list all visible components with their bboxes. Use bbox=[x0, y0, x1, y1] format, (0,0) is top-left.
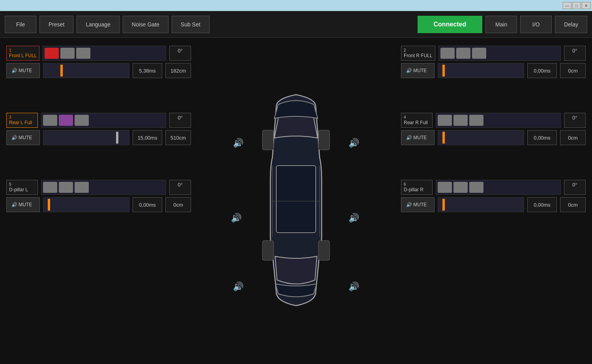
channel-4-fader[interactable] bbox=[438, 130, 524, 145]
channel-4-label[interactable]: 4 Rear R Full bbox=[401, 113, 433, 128]
delay-button[interactable]: Delay bbox=[555, 16, 587, 33]
channel-2-name: Front R FULL bbox=[404, 53, 433, 59]
channel-6-mute-row: 🔊 MUTE 0,00ms 0cm bbox=[401, 197, 586, 212]
channel-5-name: D-pillar L bbox=[9, 187, 35, 193]
eq-knob-3-3[interactable] bbox=[75, 115, 89, 126]
channel-5-eq[interactable] bbox=[41, 180, 166, 195]
main-button[interactable]: Main bbox=[485, 16, 517, 33]
channel-1-fader[interactable] bbox=[43, 63, 129, 78]
channel-1-delay: 5,38ms bbox=[133, 63, 162, 78]
channel-1-header: 1 Front L FULL 0° bbox=[6, 46, 191, 61]
channel-6-eq[interactable] bbox=[436, 180, 561, 195]
eq-knob-5-1[interactable] bbox=[43, 182, 57, 193]
left-panel: 1 Front L FULL 0° 🔊 MUTE 5,38ms 182cm bbox=[0, 38, 197, 364]
connected-button[interactable]: Connected bbox=[418, 16, 483, 33]
eq-knob-6-1[interactable] bbox=[438, 182, 452, 193]
channel-3-fader-handle[interactable] bbox=[116, 132, 118, 144]
channel-3-mute-button[interactable]: 🔊 MUTE bbox=[6, 130, 40, 145]
channel-4-block: 4 Rear R Full 0° 🔊 MUTE 0,00ms 0cm bbox=[401, 113, 586, 153]
channel-5-fader-handle[interactable] bbox=[48, 199, 50, 211]
io-button[interactable]: I/O bbox=[520, 16, 552, 33]
speaker-front-left-icon: 🔊 bbox=[233, 138, 244, 148]
toolbar: File Preset Language Noise Gate Sub Set … bbox=[0, 11, 592, 38]
close-button[interactable]: ✕ bbox=[582, 2, 590, 9]
channel-4-distance: 0cm bbox=[560, 130, 586, 145]
channel-4-number: 4 bbox=[404, 115, 430, 120]
car-diagram: 🔊 🔊 🔊 🔊 🔊 🔊 bbox=[245, 87, 347, 315]
channel-6-number: 6 bbox=[404, 182, 430, 187]
channel-2-eq[interactable] bbox=[438, 46, 561, 61]
channel-6-fader[interactable] bbox=[438, 197, 524, 212]
channel-4-degree[interactable]: 0° bbox=[564, 113, 586, 128]
eq-knob-6-3[interactable] bbox=[469, 182, 483, 193]
eq-knob-3-2[interactable] bbox=[59, 115, 73, 126]
channel-1-eq[interactable] bbox=[43, 46, 166, 61]
channel-2-fader-handle[interactable] bbox=[442, 65, 445, 77]
channel-6-degree[interactable]: 0° bbox=[564, 180, 586, 195]
channel-1-fader-handle[interactable] bbox=[60, 65, 63, 77]
eq-knob-2-2[interactable] bbox=[456, 48, 470, 59]
channel-5-distance: 0cm bbox=[165, 197, 191, 212]
channel-3-eq[interactable] bbox=[41, 113, 166, 128]
channel-3-block: 3 Rear L Full 0° 🔊 MUTE 15,00ms 510cm bbox=[6, 113, 191, 153]
channel-3-distance: 510cm bbox=[165, 130, 191, 145]
channel-6-label[interactable]: 6 D-pillar R bbox=[401, 180, 433, 195]
minimize-button[interactable]: — bbox=[563, 2, 571, 9]
noise-gate-button[interactable]: Noise Gate bbox=[123, 16, 169, 33]
channel-1-degree[interactable]: 0° bbox=[169, 46, 191, 61]
channel-2-number: 2 bbox=[404, 48, 433, 53]
channel-3-fader[interactable] bbox=[43, 130, 129, 145]
channel-3-degree[interactable]: 0° bbox=[169, 113, 191, 128]
svg-rect-7 bbox=[318, 241, 330, 260]
channel-1-block: 1 Front L FULL 0° 🔊 MUTE 5,38ms 182cm bbox=[6, 46, 191, 86]
channel-2-mute-row: 🔊 MUTE 0,00ms 0cm bbox=[401, 63, 586, 78]
eq-knob-6-2[interactable] bbox=[453, 182, 468, 193]
channel-6-delay: 0,00ms bbox=[527, 197, 557, 212]
channel-4-fader-handle[interactable] bbox=[442, 132, 445, 144]
eq-knob-1-3[interactable] bbox=[76, 48, 90, 59]
channel-5-delay: 0,00ms bbox=[133, 197, 162, 212]
eq-knob-1-2[interactable] bbox=[60, 48, 75, 59]
channel-6-mute-button[interactable]: 🔊 MUTE bbox=[401, 197, 435, 212]
eq-knob-3-1[interactable] bbox=[43, 115, 57, 126]
channel-1-number: 1 bbox=[9, 48, 37, 53]
svg-rect-6 bbox=[262, 241, 274, 260]
channel-6-block: 6 D-pillar R 0° 🔊 MUTE 0,00ms 0cm bbox=[401, 180, 586, 220]
channel-2-block: 2 Front R FULL 0° 🔊 MUTE 0,00ms 0cm bbox=[401, 46, 586, 86]
channel-1-mute-button[interactable]: 🔊 MUTE bbox=[6, 63, 40, 78]
channel-5-degree[interactable]: 0° bbox=[169, 180, 191, 195]
speaker-front-right-icon: 🔊 bbox=[348, 138, 359, 148]
eq-knob-1-1[interactable] bbox=[45, 48, 59, 59]
language-button[interactable]: Language bbox=[77, 16, 119, 33]
preset-button[interactable]: Preset bbox=[39, 16, 73, 33]
eq-knob-5-3[interactable] bbox=[75, 182, 89, 193]
channel-2-degree[interactable]: 0° bbox=[564, 46, 586, 61]
channel-1-mute-row: 🔊 MUTE 5,38ms 182cm bbox=[6, 63, 191, 78]
channel-2-fader[interactable] bbox=[438, 63, 524, 78]
eq-knob-2-1[interactable] bbox=[440, 48, 455, 59]
toolbar-right: Main I/O Delay bbox=[485, 16, 587, 33]
car-svg bbox=[245, 87, 347, 315]
maximize-button[interactable]: □ bbox=[572, 2, 581, 9]
channel-6-fader-handle[interactable] bbox=[442, 199, 445, 211]
channel-5-number: 5 bbox=[9, 182, 35, 187]
file-button[interactable]: File bbox=[5, 16, 36, 33]
channel-2-header: 2 Front R FULL 0° bbox=[401, 46, 586, 61]
channel-4-mute-button[interactable]: 🔊 MUTE bbox=[401, 130, 435, 145]
channel-5-mute-button[interactable]: 🔊 MUTE bbox=[6, 197, 40, 212]
channel-4-eq[interactable] bbox=[436, 113, 561, 128]
eq-knob-4-2[interactable] bbox=[453, 115, 468, 126]
channel-2-label[interactable]: 2 Front R FULL bbox=[401, 46, 435, 61]
channel-5-fader[interactable] bbox=[43, 197, 129, 212]
channel-6-name: D-pillar R bbox=[404, 187, 430, 193]
eq-knob-4-3[interactable] bbox=[469, 115, 483, 126]
eq-knob-5-2[interactable] bbox=[59, 182, 73, 193]
eq-knob-4-1[interactable] bbox=[438, 115, 452, 126]
channel-1-label[interactable]: 1 Front L FULL bbox=[6, 46, 39, 61]
channel-5-label[interactable]: 5 D-pillar L bbox=[6, 180, 38, 195]
channel-3-name: Rear L Full bbox=[9, 120, 35, 126]
channel-3-label[interactable]: 3 Rear L Full bbox=[6, 113, 38, 128]
sub-set-button[interactable]: Sub Set bbox=[172, 16, 210, 33]
channel-2-mute-button[interactable]: 🔊 MUTE bbox=[401, 63, 435, 78]
eq-knob-2-3[interactable] bbox=[472, 48, 486, 59]
